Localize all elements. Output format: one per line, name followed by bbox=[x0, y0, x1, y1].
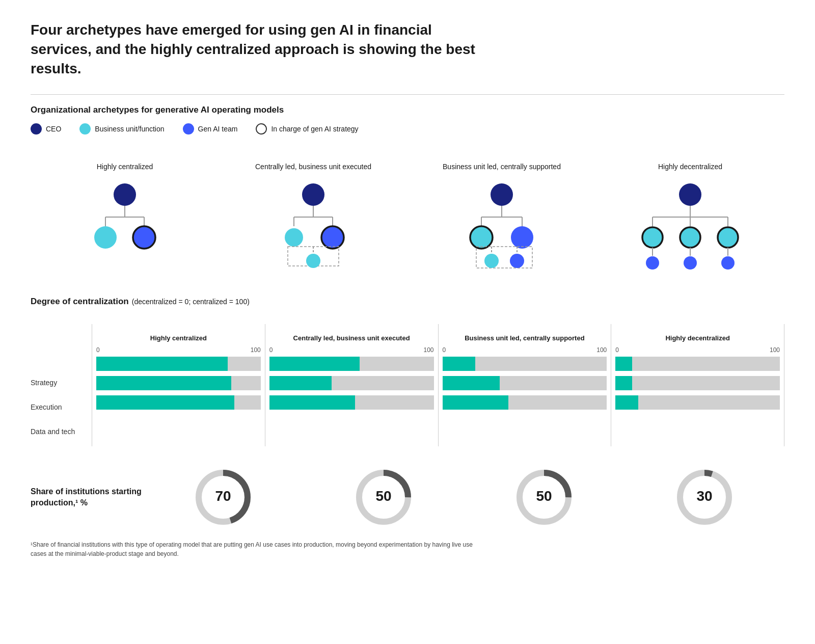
archetype-hc-label: Highly centralized bbox=[97, 153, 153, 171]
bar-col-hc: Highly centralized 0 100 bbox=[92, 324, 265, 446]
bar-bl-data-fill bbox=[443, 395, 508, 410]
bar-bl-strategy bbox=[443, 357, 607, 371]
axis-hd-max: 100 bbox=[770, 346, 780, 354]
svg-point-47 bbox=[646, 256, 659, 270]
bar-label-execution: Execution bbox=[31, 397, 92, 417]
svg-point-32 bbox=[679, 183, 701, 206]
section-subtitle: Organizational archetypes for generative… bbox=[31, 105, 784, 115]
bar-bl-execution bbox=[443, 376, 607, 390]
bar-hd-strategy bbox=[615, 357, 780, 371]
archetype-highly-centralized: Highly centralized bbox=[31, 153, 219, 262]
donut-hd-svg: 30 bbox=[674, 467, 735, 528]
svg-point-49 bbox=[721, 256, 735, 270]
bar-cl-data-fill bbox=[269, 395, 355, 410]
donut-bl-svg: 50 bbox=[513, 467, 575, 528]
gen-dot bbox=[183, 123, 194, 135]
archetype-highly-decentralized: Highly decentralized bbox=[596, 153, 784, 272]
tree-cl bbox=[267, 180, 359, 272]
charge-dot bbox=[256, 123, 267, 135]
donuts-row: 70 50 50 30 bbox=[143, 467, 784, 528]
axis-cl-min: 0 bbox=[269, 346, 273, 354]
bar-hd-execution bbox=[615, 376, 780, 390]
bar-hd-data-fill bbox=[615, 395, 638, 410]
axis-bl: 0 100 bbox=[443, 346, 607, 354]
axis-bl-min: 0 bbox=[443, 346, 446, 354]
bar-bl-data bbox=[443, 395, 607, 410]
axis-bl-max: 100 bbox=[596, 346, 607, 354]
bar-cl-data bbox=[269, 395, 434, 410]
bar-hc-data-fill bbox=[96, 395, 234, 410]
degree-title: Degree of centralization bbox=[31, 297, 129, 307]
axis-hc-min: 0 bbox=[96, 346, 100, 354]
divider bbox=[31, 94, 784, 95]
donut-hc-svg: 70 bbox=[193, 467, 254, 528]
bar-hc-strategy-fill bbox=[96, 357, 228, 371]
axis-hd: 0 100 bbox=[615, 346, 780, 354]
legend-charge: In charge of gen AI strategy bbox=[256, 123, 358, 135]
archetype-cl-label: Centrally led, business unit executed bbox=[255, 153, 371, 171]
svg-point-30 bbox=[484, 254, 499, 268]
bar-bl-execution-fill bbox=[443, 376, 500, 390]
bar-col-hd: Highly decentralized 0 100 bbox=[611, 324, 784, 446]
bar-cl-execution bbox=[269, 376, 434, 390]
archetype-bl-label: Business unit led, centrally supported bbox=[443, 153, 561, 171]
bar-section: Strategy Execution Data and tech Highly … bbox=[31, 324, 784, 446]
legend-ceo: CEO bbox=[31, 123, 61, 135]
bar-col-cl: Centrally led, business unit executed 0 … bbox=[265, 324, 438, 446]
archetype-bu-led: Business unit led, centrally supported bbox=[408, 153, 596, 272]
footnote: ¹Share of financial institutions with th… bbox=[31, 540, 489, 558]
bu-dot bbox=[79, 123, 91, 135]
share-label: Share of institutions starting productio… bbox=[31, 486, 143, 509]
tree-hc bbox=[84, 180, 166, 262]
bar-hd-execution-fill bbox=[615, 376, 632, 390]
bar-hd-data bbox=[615, 395, 780, 410]
legend: CEO Business unit/function Gen AI team I… bbox=[31, 123, 784, 135]
legend-ceo-label: CEO bbox=[46, 125, 61, 133]
legend-charge-label: In charge of gen AI strategy bbox=[271, 125, 358, 133]
bar-col-cl-header: Centrally led, business unit executed bbox=[269, 324, 434, 342]
bar-label-strategy: Strategy bbox=[31, 373, 92, 392]
bar-cl-strategy-fill bbox=[269, 357, 360, 371]
bar-charts-area: Highly centralized 0 100 Centrally led, … bbox=[92, 324, 784, 446]
axis-cl: 0 100 bbox=[269, 346, 434, 354]
archetypes-row: Highly centralized Centrally led, busine… bbox=[31, 153, 784, 272]
axis-hd-min: 0 bbox=[615, 346, 619, 354]
svg-point-19 bbox=[491, 183, 513, 206]
svg-point-48 bbox=[684, 256, 697, 270]
axis-hc: 0 100 bbox=[96, 346, 261, 354]
tree-hd bbox=[629, 180, 751, 272]
legend-gen: Gen AI team bbox=[183, 123, 238, 135]
donut-hc: 70 bbox=[143, 467, 303, 528]
archetype-hd-label: Highly decentralized bbox=[658, 153, 722, 171]
svg-text:30: 30 bbox=[696, 488, 712, 504]
donut-cl-svg: 50 bbox=[353, 467, 414, 528]
svg-text:50: 50 bbox=[375, 488, 391, 504]
donut-bl: 50 bbox=[464, 467, 624, 528]
archetype-centrally-led: Centrally led, business unit executed bbox=[219, 153, 408, 272]
bar-col-hc-header: Highly centralized bbox=[96, 324, 261, 342]
svg-point-18 bbox=[306, 254, 320, 268]
bar-cl-strategy bbox=[269, 357, 434, 371]
axis-cl-max: 100 bbox=[423, 346, 433, 354]
svg-point-0 bbox=[114, 183, 136, 206]
bar-hd-strategy-fill bbox=[615, 357, 632, 371]
bar-cl-execution-fill bbox=[269, 376, 332, 390]
degree-subtitle: (decentralized = 0; centralized = 100) bbox=[132, 298, 250, 306]
bar-hc-strategy bbox=[96, 357, 261, 371]
svg-point-31 bbox=[510, 254, 524, 268]
legend-gen-label: Gen AI team bbox=[198, 125, 238, 133]
svg-text:70: 70 bbox=[215, 488, 231, 504]
main-title: Four archetypes have emerged for using g… bbox=[31, 20, 489, 78]
bar-col-bl-header: Business unit led, centrally supported bbox=[443, 324, 607, 342]
ceo-dot bbox=[31, 123, 42, 135]
svg-point-13 bbox=[285, 228, 303, 247]
bar-labels-col: Strategy Execution Data and tech bbox=[31, 324, 92, 446]
donut-label-col: Share of institutions starting productio… bbox=[31, 467, 143, 528]
bar-hc-execution-fill bbox=[96, 376, 231, 390]
tree-bl bbox=[451, 180, 553, 272]
svg-text:50: 50 bbox=[536, 488, 552, 504]
svg-point-26 bbox=[511, 226, 533, 249]
donut-hd: 30 bbox=[624, 467, 784, 528]
legend-bu: Business unit/function bbox=[79, 123, 164, 135]
bar-col-hd-header: Highly decentralized bbox=[615, 324, 780, 342]
